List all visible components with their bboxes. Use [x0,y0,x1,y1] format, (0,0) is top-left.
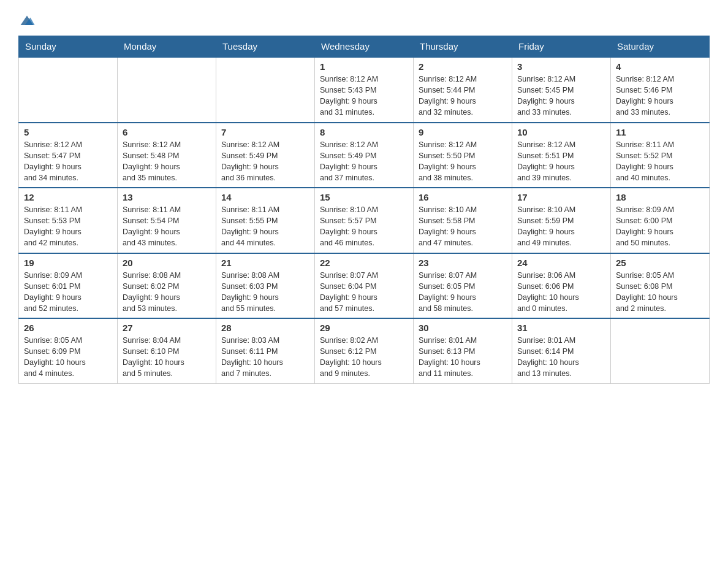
day-info: Sunrise: 8:03 AM Sunset: 6:11 PM Dayligh… [221,335,309,380]
day-number: 4 [616,61,704,72]
week-row: 1Sunrise: 8:12 AM Sunset: 5:43 PM Daylig… [19,57,710,123]
calendar-cell: 30Sunrise: 8:01 AM Sunset: 6:13 PM Dayli… [414,318,512,383]
day-number: 12 [24,192,112,202]
day-number: 24 [517,258,605,268]
day-info: Sunrise: 8:11 AM Sunset: 5:55 PM Dayligh… [221,204,309,249]
calendar-cell: 3Sunrise: 8:12 AM Sunset: 5:45 PM Daylig… [512,57,611,123]
calendar-cell: 25Sunrise: 8:05 AM Sunset: 6:08 PM Dayli… [611,253,710,319]
day-info: Sunrise: 8:07 AM Sunset: 6:04 PM Dayligh… [320,270,408,315]
calendar-cell: 31Sunrise: 8:01 AM Sunset: 6:14 PM Dayli… [512,318,611,383]
day-number: 1 [320,61,408,72]
day-number: 26 [24,323,112,333]
day-number: 15 [320,192,408,202]
day-info: Sunrise: 8:10 AM Sunset: 5:58 PM Dayligh… [419,204,507,249]
day-number: 9 [419,127,507,137]
week-row: 26Sunrise: 8:05 AM Sunset: 6:09 PM Dayli… [19,318,710,383]
calendar-cell: 11Sunrise: 8:11 AM Sunset: 5:52 PM Dayli… [611,123,710,188]
day-info: Sunrise: 8:01 AM Sunset: 6:14 PM Dayligh… [517,335,605,380]
calendar-cell: 10Sunrise: 8:12 AM Sunset: 5:51 PM Dayli… [512,123,611,188]
day-info: Sunrise: 8:12 AM Sunset: 5:45 PM Dayligh… [517,74,605,118]
day-info: Sunrise: 8:01 AM Sunset: 6:13 PM Dayligh… [419,335,507,380]
calendar-cell: 13Sunrise: 8:11 AM Sunset: 5:54 PM Dayli… [118,188,216,253]
calendar-cell: 24Sunrise: 8:06 AM Sunset: 6:06 PM Dayli… [512,253,611,319]
day-info: Sunrise: 8:12 AM Sunset: 5:51 PM Dayligh… [517,139,605,184]
calendar-cell [611,318,710,383]
day-number: 21 [221,258,309,268]
day-info: Sunrise: 8:12 AM Sunset: 5:49 PM Dayligh… [221,139,309,184]
week-row: 5Sunrise: 8:12 AM Sunset: 5:47 PM Daylig… [19,123,710,188]
calendar-cell: 5Sunrise: 8:12 AM Sunset: 5:47 PM Daylig… [19,123,118,188]
day-number: 13 [123,192,211,202]
calendar-cell [19,57,118,123]
day-number: 25 [616,258,704,268]
calendar-cell: 6Sunrise: 8:12 AM Sunset: 5:48 PM Daylig… [118,123,216,188]
day-number: 5 [24,127,112,137]
calendar-cell: 4Sunrise: 8:12 AM Sunset: 5:46 PM Daylig… [611,57,710,123]
day-number: 27 [123,323,211,333]
day-number: 6 [123,127,211,137]
day-of-week-header: Sunday [19,36,118,58]
calendar-cell: 26Sunrise: 8:05 AM Sunset: 6:09 PM Dayli… [19,318,118,383]
calendar-cell: 20Sunrise: 8:08 AM Sunset: 6:02 PM Dayli… [118,253,216,319]
day-info: Sunrise: 8:11 AM Sunset: 5:52 PM Dayligh… [616,139,704,184]
day-number: 22 [320,258,408,268]
day-info: Sunrise: 8:05 AM Sunset: 6:09 PM Dayligh… [24,335,112,380]
calendar-cell: 9Sunrise: 8:12 AM Sunset: 5:50 PM Daylig… [414,123,512,188]
calendar-cell: 12Sunrise: 8:11 AM Sunset: 5:53 PM Dayli… [19,188,118,253]
day-number: 3 [517,61,605,72]
calendar-cell: 15Sunrise: 8:10 AM Sunset: 5:57 PM Dayli… [315,188,414,253]
day-info: Sunrise: 8:06 AM Sunset: 6:06 PM Dayligh… [517,270,605,315]
week-row: 19Sunrise: 8:09 AM Sunset: 6:01 PM Dayli… [19,253,710,319]
calendar-cell: 27Sunrise: 8:04 AM Sunset: 6:10 PM Dayli… [118,318,216,383]
calendar-cell: 14Sunrise: 8:11 AM Sunset: 5:55 PM Dayli… [216,188,315,253]
logo [18,12,37,29]
day-number: 19 [24,258,112,268]
calendar-cell: 28Sunrise: 8:03 AM Sunset: 6:11 PM Dayli… [216,318,315,383]
day-info: Sunrise: 8:08 AM Sunset: 6:02 PM Dayligh… [123,270,211,315]
day-info: Sunrise: 8:09 AM Sunset: 6:01 PM Dayligh… [24,270,112,315]
day-number: 18 [616,192,704,202]
calendar-cell: 1Sunrise: 8:12 AM Sunset: 5:43 PM Daylig… [315,57,414,123]
calendar-header-row: SundayMondayTuesdayWednesdayThursdayFrid… [19,36,710,58]
calendar-cell: 16Sunrise: 8:10 AM Sunset: 5:58 PM Dayli… [414,188,512,253]
calendar-cell: 8Sunrise: 8:12 AM Sunset: 5:49 PM Daylig… [315,123,414,188]
day-number: 2 [419,61,507,72]
calendar-table: SundayMondayTuesdayWednesdayThursdayFrid… [18,36,710,384]
calendar-cell: 29Sunrise: 8:02 AM Sunset: 6:12 PM Dayli… [315,318,414,383]
logo-icon [18,12,36,29]
calendar-cell: 22Sunrise: 8:07 AM Sunset: 6:04 PM Dayli… [315,253,414,319]
day-number: 28 [221,323,309,333]
day-info: Sunrise: 8:10 AM Sunset: 5:57 PM Dayligh… [320,204,408,249]
day-of-week-header: Thursday [414,36,512,58]
day-info: Sunrise: 8:12 AM Sunset: 5:48 PM Dayligh… [123,139,211,184]
day-number: 30 [419,323,507,333]
calendar-cell: 17Sunrise: 8:10 AM Sunset: 5:59 PM Dayli… [512,188,611,253]
day-number: 17 [517,192,605,202]
day-info: Sunrise: 8:05 AM Sunset: 6:08 PM Dayligh… [616,270,704,315]
day-info: Sunrise: 8:12 AM Sunset: 5:47 PM Dayligh… [24,139,112,184]
day-number: 8 [320,127,408,137]
calendar-cell: 2Sunrise: 8:12 AM Sunset: 5:44 PM Daylig… [414,57,512,123]
week-row: 12Sunrise: 8:11 AM Sunset: 5:53 PM Dayli… [19,188,710,253]
calendar-cell: 18Sunrise: 8:09 AM Sunset: 6:00 PM Dayli… [611,188,710,253]
day-info: Sunrise: 8:12 AM Sunset: 5:50 PM Dayligh… [419,139,507,184]
day-of-week-header: Monday [118,36,216,58]
day-info: Sunrise: 8:12 AM Sunset: 5:46 PM Dayligh… [616,74,704,118]
day-of-week-header: Friday [512,36,611,58]
day-info: Sunrise: 8:09 AM Sunset: 6:00 PM Dayligh… [616,204,704,249]
calendar-cell [216,57,315,123]
day-number: 16 [419,192,507,202]
day-info: Sunrise: 8:11 AM Sunset: 5:53 PM Dayligh… [24,204,112,249]
day-of-week-header: Wednesday [315,36,414,58]
day-info: Sunrise: 8:10 AM Sunset: 5:59 PM Dayligh… [517,204,605,249]
day-info: Sunrise: 8:12 AM Sunset: 5:49 PM Dayligh… [320,139,408,184]
day-info: Sunrise: 8:12 AM Sunset: 5:44 PM Dayligh… [419,74,507,118]
day-number: 23 [419,258,507,268]
day-number: 31 [517,323,605,333]
day-info: Sunrise: 8:04 AM Sunset: 6:10 PM Dayligh… [123,335,211,380]
page-header [18,12,710,29]
day-number: 29 [320,323,408,333]
day-info: Sunrise: 8:11 AM Sunset: 5:54 PM Dayligh… [123,204,211,249]
day-info: Sunrise: 8:02 AM Sunset: 6:12 PM Dayligh… [320,335,408,380]
calendar-cell: 19Sunrise: 8:09 AM Sunset: 6:01 PM Dayli… [19,253,118,319]
